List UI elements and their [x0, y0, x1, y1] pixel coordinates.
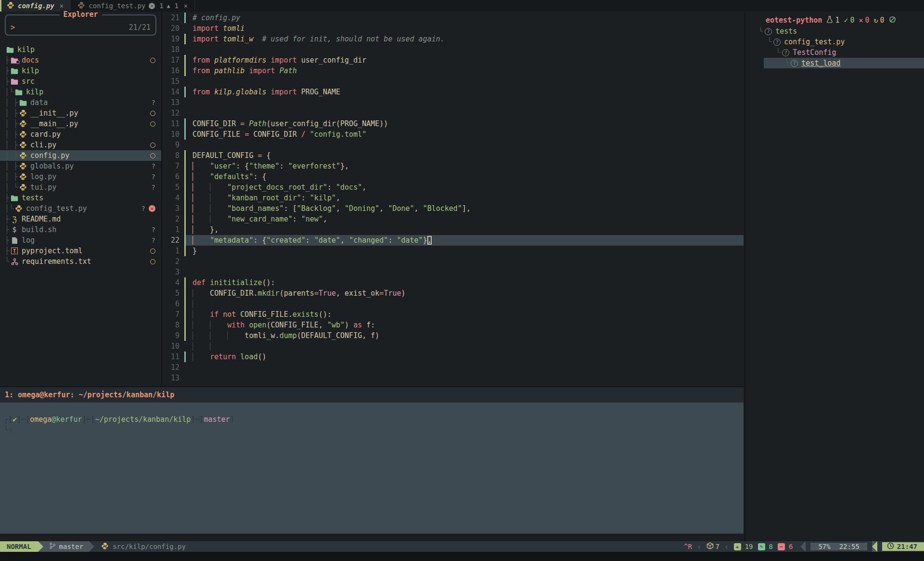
line-number: 12: [162, 108, 184, 118]
terminal-title-bar[interactable]: 1: omega@kerfur: ~/projects/kanban/kilp: [0, 386, 744, 403]
tree-item-tui.py[interactable]: │ └tui.py?: [0, 182, 161, 193]
tree-item-README.md[interactable]: ├ℨREADME.md: [0, 214, 161, 224]
editor-line-body: ▏ "user": {"theme": "everforest"},: [184, 161, 744, 171]
tree-item-requirements.txt[interactable]: └requirements.txt: [0, 256, 161, 267]
code-text: ▏ ▏ "project_docs_root_dir": "docs",: [186, 182, 366, 193]
code-segment: ▏: [192, 215, 197, 223]
code-text: [186, 108, 192, 118]
editor-line[interactable]: 15: [162, 76, 744, 87]
tree-item-label: README.md: [22, 215, 61, 223]
editor-line[interactable]: 1▏ },: [162, 224, 744, 235]
editor-line[interactable]: 2▏ ▏ "new_card_name": "new",: [162, 214, 744, 224]
python-icon: [101, 542, 109, 551]
editor-line[interactable]: 11CONFIG_DIR = Path(user_config_dir(PROG…: [162, 118, 744, 129]
tree-item-config_test.py[interactable]: │└config_test.py?✕: [0, 203, 161, 214]
separator: ‹: [697, 542, 702, 551]
neotest-item-TestConfig[interactable]: ╰?TestConfig: [745, 47, 924, 58]
editor-line[interactable]: 2: [162, 256, 744, 267]
editor-line[interactable]: 7▏ if not CONFIG_FILE.exists():: [162, 309, 744, 320]
code-segment: ▏: [210, 183, 214, 192]
tree-item-data[interactable]: │ ├data?: [0, 97, 161, 108]
code-segment: from: [192, 66, 210, 75]
code-text: ▏: [186, 299, 197, 309]
editor-line[interactable]: 8▏ ▏ with open(CONFIG_FILE, "wb") as f:: [162, 320, 744, 330]
close-icon[interactable]: ×: [60, 2, 64, 10]
editor-line[interactable]: 1}: [162, 246, 744, 256]
explorer-filter-box[interactable]: Explorer > 21/21: [5, 14, 156, 36]
editor-line[interactable]: 3: [162, 267, 744, 277]
tree-item-card.py[interactable]: │ ├card.py: [0, 129, 161, 140]
editor-line[interactable]: 9: [162, 140, 744, 150]
editor-line[interactable]: 9▏ ▏ ▏ tomli_w.dump(DEFAULT_CONFIG, f): [162, 330, 744, 341]
tree-item-tests[interactable]: ├tests: [0, 193, 161, 203]
code-segment: [214, 183, 227, 192]
tree-item-config.py[interactable]: │ ├config.py: [0, 150, 161, 161]
code-segment: True: [319, 289, 336, 298]
editor-line[interactable]: 4▏ ▏ "kanban_root_dir": "kilp",: [162, 193, 744, 203]
line-number: 17: [162, 55, 184, 65]
tree-item-markers: ?: [152, 183, 155, 191]
code-text: ▏ "metadata": {"created": "date", "chang…: [186, 235, 432, 246]
editor-line[interactable]: 11▏ return load(): [162, 352, 744, 362]
editor-line[interactable]: 8DEFAULT_CONFIG = {: [162, 150, 744, 161]
code-segment: (parents: [280, 289, 314, 298]
editor-line[interactable]: 14from kilp.globals import PROG_NAME: [162, 87, 744, 97]
tree-item-build.sh[interactable]: ├$build.sh?: [0, 224, 161, 235]
tree-item-markers: ?: [152, 173, 155, 181]
editor-line[interactable]: 7▏ "user": {"theme": "everforest"},: [162, 161, 744, 171]
tree-item-docs[interactable]: ├docs: [0, 55, 161, 65]
tree-item-src[interactable]: ├src: [0, 76, 161, 87]
tree-item-log[interactable]: ├log?: [0, 235, 161, 246]
neotest-item-label: tests: [775, 27, 797, 36]
editor-line[interactable]: 12: [162, 362, 744, 373]
editor-line[interactable]: 17from platformdirs import user_config_d…: [162, 55, 744, 65]
editor-line[interactable]: 13: [162, 373, 744, 383]
editor-line[interactable]: 5▏ ▏ "project_docs_root_dir": "docs",: [162, 182, 744, 193]
terminal-panel[interactable]: ┌[✔]─[omega@kerfur]─[~/projects/kanban/k…: [0, 403, 744, 534]
tree-item-log.py[interactable]: │ ├log.py?: [0, 171, 161, 182]
neotest-passed-stat: ✓ 0: [844, 16, 854, 25]
editor-line[interactable]: 3▏ ▏ "board_names": ["Backlog", "Doning"…: [162, 203, 744, 214]
neotest-item-test_load[interactable]: ╰?test_load: [745, 58, 924, 68]
editor-line[interactable]: 6▏ "defaults": {: [162, 171, 744, 182]
neotest-item-tests[interactable]: ╰?tests: [745, 26, 924, 37]
tree-item-cli.py[interactable]: │ ├cli.py: [0, 140, 161, 150]
neotest-item-config_test.py[interactable]: ╰?config_test.py: [745, 37, 924, 47]
code-segment: DEFAULT_CONFIG: [192, 151, 257, 160]
editor-line[interactable]: 12: [162, 108, 744, 118]
editor-line[interactable]: 10▏ ▏: [162, 341, 744, 352]
tree-item-__init__.py[interactable]: │ ├__init__.py: [0, 108, 161, 118]
editor-line[interactable]: 5▏ CONFIG_DIR.mkdir(parents=True, exist_…: [162, 288, 744, 299]
code-segment: : [: [284, 204, 297, 213]
tree-item-kilp[interactable]: kilp: [0, 44, 161, 55]
editor-line[interactable]: 10CONFIG_FILE = CONFIG_DIR / "config.tom…: [162, 129, 744, 140]
code-segment: =: [314, 289, 319, 298]
editor-line[interactable]: 20import tomli: [162, 23, 744, 34]
editor-line[interactable]: 6▏: [162, 299, 744, 309]
tree-item-globals.py[interactable]: │ ├globals.py?: [0, 161, 161, 171]
editor-line[interactable]: 21# config.py: [162, 13, 744, 23]
terminal-text: @kerfur: [51, 415, 82, 424]
tree-item-kilp[interactable]: │└kilp: [0, 87, 161, 97]
editor-line[interactable]: 19import tomli_w # used for init, should…: [162, 34, 744, 44]
editor-line[interactable]: 22▏ "metadata": {"created": "date", "cha…: [162, 235, 744, 246]
editor-line[interactable]: 18: [162, 44, 744, 55]
command-line[interactable]: [0, 552, 924, 561]
tree-item-kilp[interactable]: ├kilp: [0, 65, 161, 76]
code-segment: ,: [336, 204, 345, 213]
code-segment: ▏: [227, 331, 231, 340]
editor-line[interactable]: 4def inititialize():: [162, 277, 744, 288]
close-icon[interactable]: ×: [184, 2, 188, 10]
code-segment: ():: [262, 278, 275, 287]
code-segment: }: [423, 236, 427, 245]
code-editor[interactable]: 21# config.py20import tomli19import toml…: [162, 12, 744, 386]
editor-line[interactable]: 13: [162, 97, 744, 108]
editor-line[interactable]: 16from pathlib import Path: [162, 65, 744, 76]
git-add-icon: +: [734, 543, 741, 550]
code-segment: tomli_w.: [231, 331, 279, 340]
tree-item-__main__.py[interactable]: │ ├__main__.py: [0, 118, 161, 129]
tree-item-pyproject.toml[interactable]: ├Tpyproject.toml: [0, 246, 161, 256]
git-remove-icon: −: [778, 543, 785, 550]
tree-connector: ╰: [745, 27, 763, 36]
code-text: ▏ return load(): [186, 352, 267, 362]
